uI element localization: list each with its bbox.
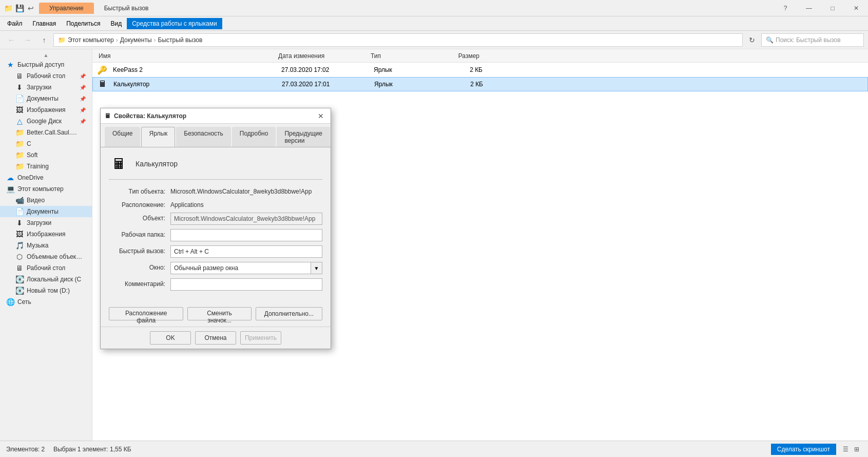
sidebar-desktop-thispc[interactable]: 🖥 Рабочий стол: [0, 262, 92, 274]
documents-icon: 📄: [15, 94, 24, 103]
screenshot-button[interactable]: Сделать скриншот: [771, 444, 836, 455]
maximize-button[interactable]: □: [821, 0, 844, 16]
minimize-button[interactable]: —: [797, 0, 821, 16]
path-documents[interactable]: Документы: [120, 36, 152, 44]
sidebar-downloads[interactable]: ⬇ Загрузки 📌: [0, 82, 92, 93]
col-size-header[interactable]: Размер: [430, 52, 481, 60]
form-input-comment[interactable]: [170, 278, 322, 291]
dialog-tabs: Общие Ярлык Безопасность Подробно Предыд…: [101, 124, 331, 147]
address-path[interactable]: 📁 Этот компьютер › Документы › Быстрый в…: [53, 33, 743, 47]
sidebar-training-label: Training: [27, 163, 49, 170]
form-row-object: Объект:: [109, 213, 322, 225]
form-label-location: Расположение:: [109, 199, 170, 208]
form-label-workdir: Рабочая папка:: [109, 229, 170, 238]
sidebar-documents[interactable]: 📄 Документы 📌: [0, 93, 92, 104]
tab-details[interactable]: Подробно: [232, 127, 276, 147]
form-select-window[interactable]: Обычный размер окна: [170, 262, 311, 274]
file-size-keepass: 2 КБ: [433, 66, 485, 73]
sidebar-quick-access[interactable]: ★ Быстрый доступ: [0, 59, 92, 70]
sidebar-soft[interactable]: 📁 Soft: [0, 149, 92, 161]
folder-icon: 📁: [4, 4, 12, 12]
refresh-button[interactable]: ↻: [745, 33, 759, 47]
dialog-header: 🖩 Калькулятор: [109, 154, 322, 180]
form-row-comment: Комментарий:: [109, 278, 322, 291]
pin-icon-5: 📌: [80, 119, 86, 124]
menu-view[interactable]: Вид: [105, 18, 127, 29]
menu-share[interactable]: Поделиться: [61, 18, 105, 29]
active-tab-manage[interactable]: Управление: [39, 3, 94, 14]
dialog-close-button[interactable]: ✕: [315, 110, 326, 122]
collapse-button[interactable]: ▲: [0, 51, 92, 59]
dialog-content: 🖩 Калькулятор Тип объекта: Microsoft.Win…: [101, 147, 331, 301]
sidebar-music[interactable]: 🎵 Музыка: [0, 240, 92, 251]
sidebar-soft-label: Soft: [27, 151, 37, 159]
google-drive-icon: △: [15, 117, 24, 125]
menu-shortcut-tools[interactable]: Средства работы с ярлыками: [127, 18, 222, 29]
menu-bar: Файл Главная Поделиться Вид Средства раб…: [0, 16, 868, 31]
chevron-down-icon: ▼: [311, 262, 322, 274]
sidebar-desktop[interactable]: 🖥 Рабочий стол 📌: [0, 70, 92, 82]
sidebar-bcs[interactable]: 📁 Better.Call.Saul.S05.: [0, 127, 92, 138]
form-input-hotkey[interactable]: [170, 245, 322, 258]
path-quickaccess[interactable]: Быстрый вызов: [158, 36, 203, 44]
dialog-action-buttons: Расположение файла Сменить значок... Доп…: [101, 303, 331, 327]
dialog-footer: OK Отмена Применить: [101, 327, 331, 349]
grid-view-icon[interactable]: ⊞: [852, 444, 862, 454]
calculator-icon: 🖩: [97, 79, 108, 90]
sidebar-downloads-thispc[interactable]: ⬇ Загрузки: [0, 217, 92, 228]
status-right: Сделать скриншот ☰ ⊞: [771, 444, 862, 455]
menu-file[interactable]: Файл: [2, 18, 28, 29]
cancel-button[interactable]: Отмена: [195, 331, 236, 345]
sidebar-this-pc[interactable]: 💻 Этот компьютер: [0, 183, 92, 195]
form-row-workdir: Рабочая папка:: [109, 229, 322, 241]
sidebar-training[interactable]: 📁 Training: [0, 161, 92, 172]
sidebar-images-label: Изображения: [27, 106, 65, 113]
form-input-object[interactable]: [170, 213, 322, 225]
pin-icon-4: 📌: [80, 107, 86, 113]
inactive-tab-quickaccess[interactable]: Быстрый вызов: [94, 3, 159, 14]
sidebar-drive-d[interactable]: 💽 Новый том (D:): [0, 285, 92, 296]
list-view-icon[interactable]: ☰: [840, 444, 851, 454]
sidebar-images[interactable]: 🖼 Изображения 📌: [0, 104, 92, 116]
sidebar-onedrive[interactable]: ☁ OneDrive: [0, 172, 92, 183]
form-value-location: Applications: [170, 199, 322, 208]
advanced-button[interactable]: Дополнительно...: [256, 307, 322, 320]
change-icon-button[interactable]: Сменить значок...: [187, 307, 251, 320]
tab-general[interactable]: Общие: [105, 127, 140, 147]
sidebar-network[interactable]: 🌐 Сеть: [0, 296, 92, 308]
file-row-keepass[interactable]: 🔑 KeePass 2 27.03.2020 17:02 Ярлык 2 КБ: [92, 63, 868, 77]
forward-button[interactable]: →: [21, 33, 35, 47]
location-file-button[interactable]: Расположение файла: [109, 307, 183, 320]
sidebar-3d[interactable]: ⬡ Объемные объекты: [0, 251, 92, 262]
col-name-header[interactable]: Имя: [97, 52, 276, 60]
sidebar-google-drive[interactable]: △ Google Диск 📌: [0, 116, 92, 127]
up-button[interactable]: ↑: [37, 33, 51, 47]
title-bar: 📁 💾 ↩ Управление Быстрый вызов ? — □ ✕: [0, 0, 868, 16]
sidebar-images-thispc[interactable]: 🖼 Изображения: [0, 228, 92, 240]
form-input-workdir[interactable]: [170, 229, 322, 241]
sidebar-video[interactable]: 📹 Видео: [0, 195, 92, 206]
close-button[interactable]: ✕: [844, 0, 868, 16]
sidebar-c[interactable]: 📁 C: [0, 138, 92, 149]
search-box[interactable]: 🔍: [761, 33, 864, 47]
folder-c-icon: 📁: [15, 140, 24, 148]
ok-button[interactable]: OK: [150, 331, 191, 345]
folder-training-icon: 📁: [15, 162, 24, 170]
tab-shortcut[interactable]: Ярлык: [141, 127, 175, 147]
tab-security[interactable]: Безопасность: [176, 127, 231, 147]
sidebar-docs-thispc[interactable]: 📄 Документы: [0, 206, 92, 217]
tab-previous-versions[interactable]: Предыдущие версии: [277, 127, 330, 147]
file-row-calculator[interactable]: 🖩 Калькулятор 27.03.2020 17:01 Ярлык 2 К…: [92, 77, 868, 91]
items-count: Элементов: 2: [6, 446, 45, 453]
path-sep-1: ›: [116, 36, 118, 44]
col-type-header[interactable]: Тип: [369, 52, 430, 60]
help-button[interactable]: ?: [774, 0, 797, 16]
path-this-pc[interactable]: Этот компьютер: [68, 36, 114, 44]
col-date-header[interactable]: Дата изменения: [276, 52, 369, 60]
back-button[interactable]: ←: [4, 33, 18, 47]
pc-icon: 💻: [6, 185, 14, 193]
apply-button[interactable]: Применить: [240, 331, 281, 345]
menu-home[interactable]: Главная: [28, 18, 62, 29]
sidebar-local-c[interactable]: 💽 Локальный диск (C: [0, 274, 92, 285]
search-input[interactable]: [776, 36, 859, 44]
